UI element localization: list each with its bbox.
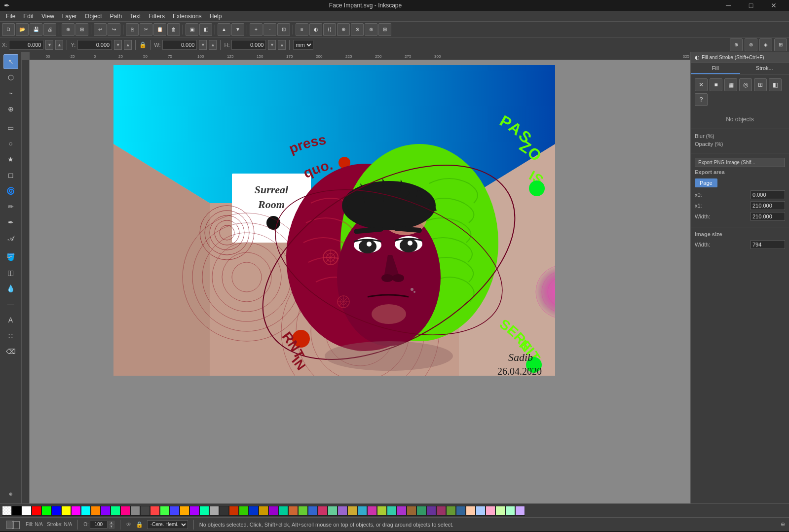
swatch-transparent[interactable]	[2, 506, 12, 516]
group-btn[interactable]: ▣	[186, 23, 198, 36]
swatch-gray[interactable]	[130, 506, 140, 516]
x-input[interactable]	[9, 40, 43, 50]
no-fill-btn[interactable]: ✕	[695, 78, 708, 91]
menu-text[interactable]: Text	[126, 12, 145, 21]
swatch-fuchsia[interactable]	[367, 506, 377, 516]
h-dec[interactable]: ▼	[268, 40, 276, 50]
lower-btn[interactable]: ▼	[231, 23, 244, 36]
snap3-btn[interactable]: ⊛	[365, 23, 377, 36]
zoom-fit-btn[interactable]: ⊡	[277, 23, 290, 36]
tool-rect[interactable]: ▭	[3, 120, 18, 135]
tool-eraser[interactable]: ⌫	[3, 344, 18, 359]
linear-grad-btn[interactable]: ▦	[724, 78, 737, 91]
unset-btn[interactable]: ?	[695, 93, 708, 106]
img-width-input[interactable]	[751, 240, 785, 249]
lock-icon[interactable]: 🔒	[139, 41, 147, 48]
import-btn[interactable]: ⊕	[62, 23, 75, 36]
swatch-sienna[interactable]	[288, 506, 298, 516]
tool-tweak[interactable]: ~	[3, 86, 18, 101]
swatch-cyan[interactable]	[81, 506, 91, 516]
new-btn[interactable]: 🗋	[2, 23, 15, 36]
swatch-lavender[interactable]	[338, 506, 347, 516]
swatch-royal[interactable]	[249, 506, 259, 516]
swatch-violet[interactable]	[189, 506, 199, 516]
menu-path[interactable]: Path	[106, 12, 126, 21]
h-inc[interactable]: ▲	[278, 40, 286, 50]
print-btn[interactable]: 🖨	[43, 23, 56, 36]
swatch-blue[interactable]	[51, 506, 61, 516]
zoom-out-btn[interactable]: -	[263, 23, 276, 36]
copy-btn[interactable]: ⎘	[126, 23, 139, 36]
fill-tab[interactable]: Fill	[691, 63, 740, 74]
opacity-up[interactable]: ▲	[109, 521, 114, 525]
swatch-darkgray[interactable]	[140, 506, 150, 516]
w-dec[interactable]: ▼	[199, 40, 207, 50]
swatch-black[interactable]	[12, 506, 22, 516]
export-btn[interactable]: ⊞	[75, 23, 88, 36]
x0-input[interactable]	[751, 190, 785, 199]
swatch-white[interactable]	[22, 506, 32, 516]
swatch-indigo[interactable]	[170, 506, 180, 516]
raise-btn[interactable]: ▲	[218, 23, 230, 36]
minimize-btn[interactable]: ─	[717, 0, 740, 11]
swatch-charcoal[interactable]	[219, 506, 229, 516]
swatch-fern[interactable]	[446, 506, 456, 516]
ungroup-btn[interactable]: ◧	[199, 23, 212, 36]
export-png-btn[interactable]: Export PNG Image (Shif...	[695, 158, 785, 167]
swatch-sage[interactable]	[328, 506, 338, 516]
save-btn[interactable]: 💾	[30, 23, 42, 36]
swatch-magenta[interactable]	[71, 506, 81, 516]
swatch-yellow[interactable]	[61, 506, 71, 516]
w-input[interactable]	[162, 40, 197, 50]
tool-select[interactable]: ↖	[3, 54, 18, 69]
swatch-honey[interactable]	[347, 506, 357, 516]
swatch-brown[interactable]	[407, 506, 416, 516]
swatch-rose[interactable]	[318, 506, 328, 516]
zoom-display-btn[interactable]: ⊕	[3, 487, 18, 501]
tool-pen[interactable]: ✒	[3, 215, 18, 230]
menu-file[interactable]: File	[2, 12, 19, 21]
swatch-emerald[interactable]	[416, 506, 426, 516]
tool-star[interactable]: ★	[3, 152, 18, 167]
tool-text[interactable]: A	[3, 313, 18, 327]
pattern-btn[interactable]: ⊞	[754, 78, 767, 91]
y-inc[interactable]: ▲	[124, 40, 132, 50]
swatch-chartreuse[interactable]	[239, 506, 249, 516]
menu-help[interactable]: Help	[206, 12, 226, 21]
grid-btn[interactable]: ⊞	[378, 23, 391, 36]
fill-stroke-btn[interactable]: ◐	[309, 23, 322, 36]
swatch-teal[interactable]	[199, 506, 209, 516]
y-input[interactable]	[77, 40, 112, 50]
tool-paint-bucket[interactable]: 🪣	[3, 249, 18, 264]
opacity-input[interactable]	[90, 521, 108, 529]
tool-ellipse[interactable]: ○	[3, 136, 18, 151]
x-inc[interactable]: ▲	[55, 40, 63, 50]
menu-view[interactable]: View	[38, 12, 58, 21]
swatch-olive[interactable]	[298, 506, 308, 516]
page-btn[interactable]: Page	[695, 178, 717, 187]
zoom-btn[interactable]: ⊕	[781, 521, 785, 528]
flat-fill-btn[interactable]: ■	[710, 78, 722, 91]
maximize-btn[interactable]: □	[740, 0, 762, 11]
menu-layer[interactable]: Layer	[58, 12, 81, 21]
tool-spiral[interactable]: 🌀	[3, 183, 18, 198]
swatch-wisteria[interactable]	[515, 506, 525, 516]
snap-toggle3[interactable]: ◈	[759, 38, 772, 51]
unit-select[interactable]: mm px cm in	[293, 40, 313, 50]
h-input[interactable]	[231, 40, 266, 50]
canvas-area[interactable]: -50 -25 0 25 50 75 100 125 150 175 200 2…	[22, 52, 690, 503]
swatch-pistachio[interactable]	[495, 506, 505, 516]
swatch-pear[interactable]	[377, 506, 387, 516]
menu-object[interactable]: Object	[81, 12, 106, 21]
stroke-tab[interactable]: Strok...	[740, 63, 789, 74]
swatch-btn[interactable]: ◧	[769, 78, 782, 91]
menu-filters[interactable]: Filters	[145, 12, 169, 21]
snap-btn[interactable]: ⊕	[337, 23, 350, 36]
redo-btn[interactable]: ↪	[108, 23, 120, 36]
cut-btn[interactable]: ✂	[140, 23, 152, 36]
swatch-seafoam[interactable]	[278, 506, 288, 516]
swatch-ltgray[interactable]	[209, 506, 219, 516]
align-btn[interactable]: ≡	[296, 23, 308, 36]
swatch-red[interactable]	[32, 506, 41, 516]
tool-dropper[interactable]: 💧	[3, 281, 18, 296]
